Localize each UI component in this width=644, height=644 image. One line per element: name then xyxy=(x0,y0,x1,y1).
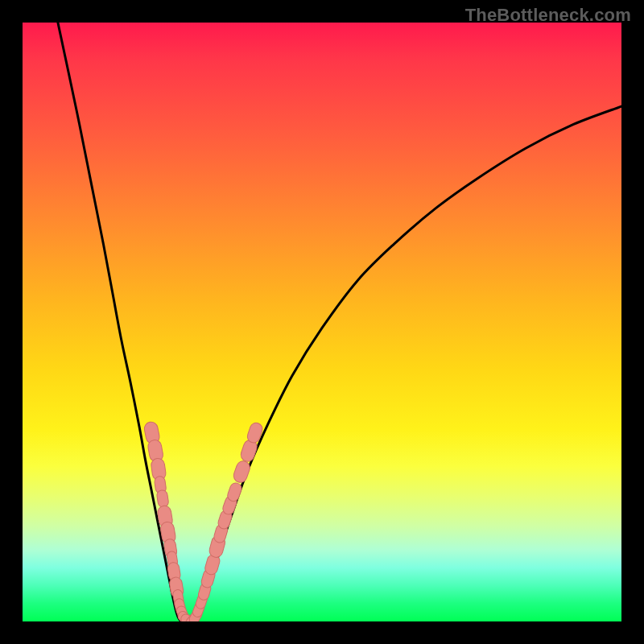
plot-area xyxy=(23,23,621,621)
curve-line xyxy=(58,23,621,621)
curve-marker xyxy=(232,459,252,484)
bottleneck-curve xyxy=(23,23,621,621)
markers-left-group xyxy=(143,421,198,621)
watermark-text: TheBottleneck.com xyxy=(465,5,631,26)
curve-marker xyxy=(156,489,169,508)
markers-right-group xyxy=(184,421,264,621)
chart-frame: TheBottleneck.com xyxy=(0,0,644,644)
